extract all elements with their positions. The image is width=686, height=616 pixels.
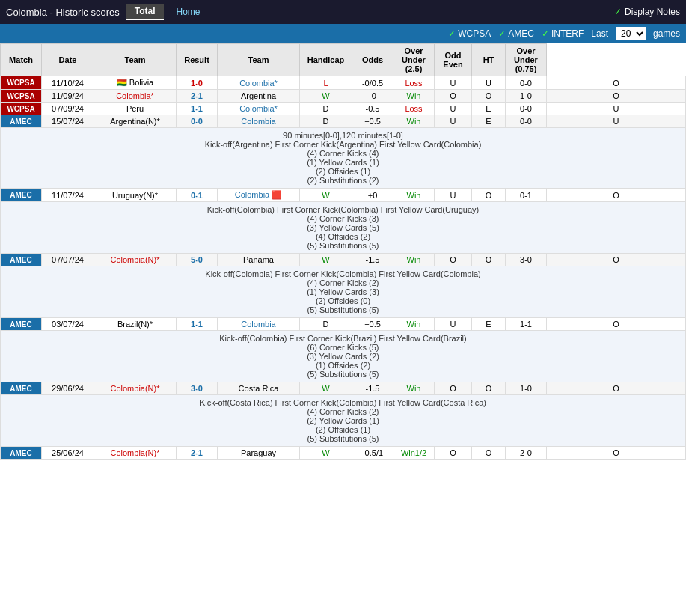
oe-cell: E bbox=[472, 318, 506, 331]
team1-cell: Colombia(N)* bbox=[94, 382, 177, 395]
date-cell: 25/06/24 bbox=[42, 447, 94, 460]
oe-cell: O bbox=[472, 254, 506, 266]
table-row: AMEC 25/06/24 Colombia(N)* 2-1 Paraguay … bbox=[1, 447, 686, 460]
detail-offsides: (1) Offsides (2) bbox=[7, 361, 679, 370]
date-cell: 11/07/24 bbox=[42, 189, 94, 202]
ht-cell: 0-0 bbox=[506, 115, 547, 128]
odds-cell: Win bbox=[393, 254, 435, 266]
ou075-cell: O bbox=[547, 189, 686, 202]
ht-cell: 0-0 bbox=[506, 76, 547, 90]
result-cell[interactable]: 1-1 bbox=[177, 103, 218, 115]
date-cell: 15/07/24 bbox=[42, 115, 94, 128]
team2-cell: Colombia* bbox=[218, 103, 300, 115]
wcpsa-check-icon: ✓ bbox=[448, 28, 456, 39]
badge-cell: AMEC bbox=[1, 254, 42, 266]
amec-filter[interactable]: ✓ AMEC bbox=[498, 28, 534, 39]
ht-cell: 3-0 bbox=[506, 254, 547, 266]
ou25-cell: U bbox=[435, 76, 472, 90]
ou25-cell: O bbox=[435, 447, 472, 460]
wdl-cell: W bbox=[300, 254, 352, 266]
display-notes-toggle[interactable]: ✓ Display Notes bbox=[614, 7, 680, 17]
col-odds: Odds bbox=[352, 44, 393, 76]
handicap-cell: -0.5 bbox=[352, 103, 393, 115]
team1-cell: 🇧🇴 Bolivia bbox=[94, 76, 177, 90]
amec-label: AMEC bbox=[508, 28, 534, 39]
table-row: AMEC 11/07/24 Uruguay(N)* 0-1 Colombia 🟥… bbox=[1, 189, 686, 202]
result-cell[interactable]: 0-1 bbox=[177, 189, 218, 202]
interf-check-icon: ✓ bbox=[542, 28, 549, 39]
detail-line2: Kick-off(Colombia) First Corner Kick(Col… bbox=[7, 205, 679, 214]
detail-corner-kicks: (6) Corner Kicks (5) bbox=[7, 343, 679, 352]
ht-cell: 0-0 bbox=[506, 103, 547, 115]
date-cell: 11/10/24 bbox=[42, 76, 94, 90]
detail-yellow-cards: (3) Yellow Cards (2) bbox=[7, 352, 679, 361]
ou25-cell: O bbox=[435, 382, 472, 395]
team2-cell: Argentina bbox=[218, 90, 300, 103]
result-cell[interactable]: 1-1 bbox=[177, 318, 218, 331]
col-team1: Team bbox=[94, 44, 177, 76]
date-cell: 07/09/24 bbox=[42, 103, 94, 115]
odds-cell: Win bbox=[393, 90, 435, 103]
detail-substitutions: (5) Substitutions (5) bbox=[7, 434, 679, 443]
result-cell[interactable]: 0-0 bbox=[177, 115, 218, 128]
badge-cell: AMEC bbox=[1, 318, 42, 331]
ou075-cell: U bbox=[547, 103, 686, 115]
detail-line2: Kick-off(Argentina) First Corner Kick(Ar… bbox=[7, 140, 679, 149]
detail-row: 90 minutes[0-0],120 minutes[1-0]Kick-off… bbox=[1, 128, 686, 189]
interf-label: INTERF bbox=[551, 28, 584, 39]
wdl-cell: D bbox=[300, 318, 352, 331]
ht-cell: 0-1 bbox=[506, 189, 547, 202]
tab-total[interactable]: Total bbox=[126, 4, 165, 20]
team1-cell: Colombia(N)* bbox=[94, 254, 177, 266]
odds-cell: Loss bbox=[393, 76, 435, 90]
ou075-cell: O bbox=[547, 76, 686, 90]
detail-substitutions: (2) Substitutions (2) bbox=[7, 176, 679, 185]
team2-cell: Costa Rica bbox=[218, 382, 300, 395]
result-cell[interactable]: 3-0 bbox=[177, 382, 218, 395]
detail-yellow-cards: (2) Yellow Cards (1) bbox=[7, 416, 679, 425]
team2-cell: Colombia bbox=[218, 318, 300, 331]
handicap-cell: -0 bbox=[352, 90, 393, 103]
table-row: AMEC 29/06/24 Colombia(N)* 3-0 Costa Ric… bbox=[1, 382, 686, 395]
wdl-cell: W bbox=[300, 447, 352, 460]
oe-cell: U bbox=[472, 76, 506, 90]
team1-cell: Colombia(N)* bbox=[94, 447, 177, 460]
result-cell[interactable]: 2-1 bbox=[177, 90, 218, 103]
detail-yellow-cards: (3) Yellow Cards (5) bbox=[7, 223, 679, 232]
handicap-cell: +0.5 bbox=[352, 318, 393, 331]
detail-substitutions: (5) Substitutions (5) bbox=[7, 241, 679, 250]
col-ht: HT bbox=[472, 44, 506, 76]
display-notes-label: Display Notes bbox=[625, 7, 680, 17]
oe-cell: E bbox=[472, 103, 506, 115]
ou075-cell: O bbox=[547, 382, 686, 395]
interf-filter[interactable]: ✓ INTERF bbox=[542, 28, 584, 39]
ou25-cell: U bbox=[435, 318, 472, 331]
odds-cell: Loss bbox=[393, 103, 435, 115]
table-row: AMEC 15/07/24 Argentina(N)* 0-0 Colombia… bbox=[1, 115, 686, 128]
result-cell[interactable]: 1-0 bbox=[177, 76, 218, 90]
result-cell[interactable]: 5-0 bbox=[177, 254, 218, 266]
matches-table: Match Date Team Result Team Handicap Odd… bbox=[0, 43, 686, 460]
team2-cell: Colombia 🟥 bbox=[218, 189, 300, 202]
handicap-cell: -1.5 bbox=[352, 382, 393, 395]
date-cell: 29/06/24 bbox=[42, 382, 94, 395]
result-cell[interactable]: 2-1 bbox=[177, 447, 218, 460]
team1-cell: Peru bbox=[94, 103, 177, 115]
col-oe: Odd Even bbox=[435, 44, 472, 76]
ht-cell: 1-0 bbox=[506, 382, 547, 395]
col-ou25: Over Under (2.5) bbox=[393, 44, 435, 76]
ou075-cell: O bbox=[547, 447, 686, 460]
team2-cell: Colombia* bbox=[218, 76, 300, 90]
last-select[interactable]: 51015202530 bbox=[616, 27, 646, 40]
wcpsa-filter[interactable]: ✓ WCPSA bbox=[448, 28, 491, 39]
ou25-cell: U bbox=[435, 115, 472, 128]
date-cell: 03/07/24 bbox=[42, 318, 94, 331]
table-row: AMEC 07/07/24 Colombia(N)* 5-0 Panama W … bbox=[1, 254, 686, 266]
handicap-cell: -0.5/1 bbox=[352, 447, 393, 460]
ou25-cell: O bbox=[435, 254, 472, 266]
ou25-cell: U bbox=[435, 189, 472, 202]
team1-cell: Brazil(N)* bbox=[94, 318, 177, 331]
oe-cell: O bbox=[472, 382, 506, 395]
tab-home[interactable]: Home bbox=[170, 4, 206, 19]
site-title: Colombia - Historic scores bbox=[6, 7, 120, 18]
